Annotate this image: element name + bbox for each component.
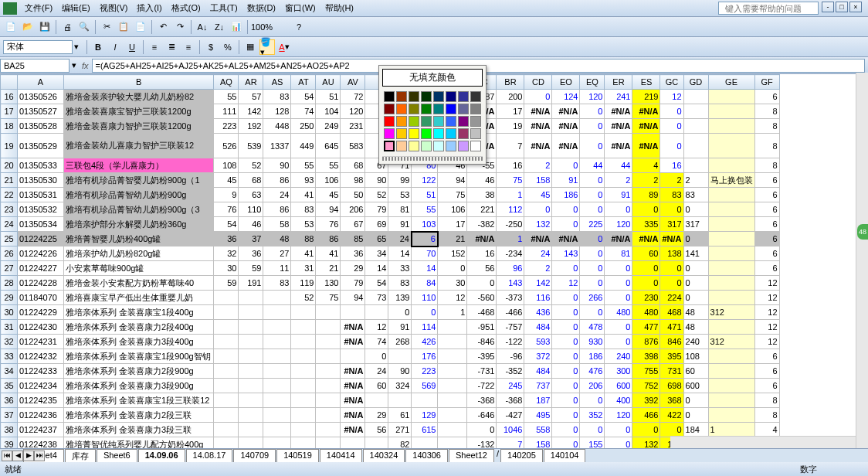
color-swatch[interactable] [446, 128, 456, 139]
column-header[interactable]: AR [239, 75, 263, 90]
cell[interactable]: 112 [497, 202, 524, 217]
sheet-tab[interactable]: 140306 [405, 449, 448, 463]
cell[interactable] [708, 217, 754, 232]
cell[interactable]: 120 [341, 104, 365, 119]
cell[interactable]: 93 [291, 173, 316, 188]
menu-file[interactable]: 文件(F) [20, 1, 57, 15]
cell[interactable]: 1 [438, 305, 467, 320]
cell[interactable]: 53 [291, 217, 316, 232]
cell[interactable]: 37 [239, 232, 263, 246]
cell[interactable]: -368 [497, 393, 524, 408]
color-swatch[interactable] [421, 91, 432, 102]
cell[interactable]: 2 [524, 158, 552, 173]
cell[interactable]: 55 [412, 202, 438, 217]
cell[interactable] [438, 320, 467, 335]
color-swatch[interactable] [433, 91, 444, 102]
cell[interactable]: 01224229 [18, 305, 64, 320]
cell[interactable]: 12 [660, 90, 683, 104]
cell[interactable] [708, 320, 754, 335]
color-swatch[interactable] [409, 91, 419, 102]
cell[interactable]: 48 [683, 305, 708, 320]
cell[interactable]: 6 [754, 217, 779, 232]
cell[interactable]: 12 [438, 291, 467, 305]
color-swatch[interactable] [433, 141, 444, 151]
cell[interactable]: 雅培亲体系列 金装喜康力2段900g [64, 364, 214, 379]
cell[interactable]: 01350529 [18, 134, 64, 158]
color-swatch[interactable] [446, 91, 456, 102]
color-swatch[interactable] [433, 104, 444, 114]
row-header[interactable]: 33 [1, 349, 18, 364]
cell[interactable]: #N/A [341, 379, 365, 393]
cell[interactable]: 01224230 [18, 320, 64, 335]
color-swatch[interactable] [470, 104, 481, 114]
cell[interactable] [708, 188, 754, 202]
cell[interactable]: 65 [365, 232, 388, 246]
cell[interactable]: 120 [605, 408, 632, 423]
color-swatch[interactable] [458, 141, 469, 151]
color-swatch[interactable] [421, 141, 432, 151]
cell[interactable]: 466 [632, 408, 660, 423]
cell[interactable]: 0 [412, 305, 438, 320]
cell[interactable] [291, 423, 316, 437]
cell[interactable]: 480 [632, 305, 660, 320]
cell[interactable] [708, 261, 754, 276]
row-header[interactable]: 27 [1, 261, 18, 276]
cell[interactable] [683, 104, 708, 119]
cell[interactable]: 600 [683, 379, 708, 393]
cell[interactable]: 雅培亲体系列 金装喜康力3段400g [64, 335, 214, 349]
cell[interactable]: 86 [263, 202, 291, 217]
cell[interactable]: 12 [754, 305, 779, 320]
cell[interactable]: #N/A [552, 232, 580, 246]
cell[interactable]: 225 [580, 217, 605, 232]
column-header[interactable]: ER [605, 75, 632, 90]
paste-icon[interactable]: 📄 [133, 19, 148, 35]
cell[interactable]: 223 [412, 364, 438, 379]
cell[interactable]: 268 [388, 335, 412, 349]
cell[interactable]: #N/A [632, 134, 660, 158]
cell[interactable] [239, 423, 263, 437]
cell[interactable]: 41 [291, 246, 316, 261]
cell[interactable]: 56 [467, 261, 497, 276]
cell[interactable]: 471 [660, 320, 683, 335]
cell[interactable] [263, 379, 291, 393]
cell[interactable]: 01350530 [18, 173, 64, 188]
cell[interactable] [708, 408, 754, 423]
underline-icon[interactable]: U [124, 39, 140, 55]
cell[interactable]: 85 [341, 232, 365, 246]
cell[interactable]: 6 [754, 232, 779, 246]
menu-tools[interactable]: 工具(T) [205, 1, 242, 15]
cell[interactable]: 01224227 [18, 261, 64, 276]
cell[interactable]: 01184070 [18, 291, 64, 305]
cell[interactable]: 68 [239, 173, 263, 188]
row-header[interactable]: 31 [1, 320, 18, 335]
cell[interactable]: 0 [683, 408, 708, 423]
cell[interactable]: 187 [524, 393, 552, 408]
cell[interactable]: 41 [316, 246, 341, 261]
cell[interactable]: 398 [632, 349, 660, 364]
cell[interactable]: 0 [683, 276, 708, 291]
cell[interactable]: 75 [316, 291, 341, 305]
cell[interactable]: 雅培菁智婴儿奶粉400g罐 [64, 232, 214, 246]
cell[interactable] [239, 393, 263, 408]
cell[interactable] [438, 364, 467, 379]
cell[interactable]: 142 [524, 276, 552, 291]
align-right-icon[interactable]: ≡ [181, 39, 196, 55]
tab-last-icon[interactable]: ⏭ [34, 450, 45, 461]
cell[interactable]: 0 [683, 393, 708, 408]
cell[interactable] [708, 393, 754, 408]
cell[interactable]: 0 [580, 232, 605, 246]
cell[interactable]: 01224237 [18, 423, 64, 437]
cell[interactable]: 8 [754, 134, 779, 158]
cell[interactable]: #N/A [605, 104, 632, 119]
cell[interactable]: 737 [524, 379, 552, 393]
cell[interactable]: 0 [605, 335, 632, 349]
menu-help[interactable]: 帮助(H) [320, 1, 358, 15]
cell[interactable]: 73 [365, 291, 388, 305]
cell[interactable]: 雅培亲护部分水解婴儿奶粉360g [64, 217, 214, 232]
bold-icon[interactable]: B [90, 39, 106, 55]
cell[interactable]: 0 [580, 423, 605, 437]
color-swatch[interactable] [409, 116, 419, 127]
cell[interactable]: 143 [552, 246, 580, 261]
cell[interactable]: 01350528 [18, 119, 64, 134]
cell[interactable]: 0 [605, 276, 632, 291]
